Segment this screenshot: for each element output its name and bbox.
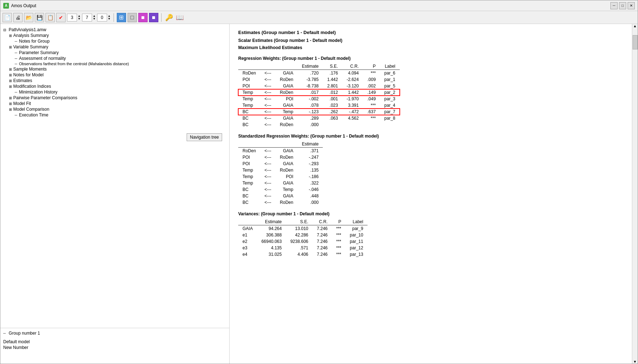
right-panel: Estimates (Group number 1 - Default mode… (230, 24, 632, 364)
reg-cell-estimate: .289 (298, 115, 323, 121)
std-cell-from: Temp (238, 167, 260, 173)
reg-cell-from: RoDen (238, 70, 260, 77)
tree-root[interactable]: ⊟ PathAnalysis1.amw (3, 27, 226, 33)
reg-cell-p: *** (363, 115, 380, 121)
group-section: ─ Group number 1 (3, 330, 226, 336)
std-table-row: Temp <--- RoDen .135 (238, 167, 323, 173)
var-cell-label: par_10 (346, 232, 368, 238)
close-button[interactable]: ✕ (628, 2, 635, 9)
var-col-p: P (332, 219, 346, 225)
grid-icon-btn[interactable]: ⊞ (117, 13, 126, 22)
tree-item-estimates-label: Estimates (13, 78, 32, 83)
purple-icon-btn[interactable]: ■ (149, 13, 158, 22)
book-icon-btn[interactable]: 📖 (175, 13, 184, 22)
title-bar: A Amos Output ─ □ ✕ (0, 0, 638, 11)
reg-cell-from: POI (238, 76, 260, 83)
navigation-tree-button[interactable]: Navigation tree (187, 133, 222, 141)
num3-input[interactable]: 0 (97, 14, 107, 21)
num2-input[interactable]: 7 (82, 14, 92, 21)
default-model[interactable]: Default model (3, 339, 226, 345)
reg-cell-estimate: -3.785 (298, 76, 323, 83)
num3-arrows[interactable]: ▲▼ (108, 15, 111, 20)
reg-table-row: RoDen <--- GAIA .720 .176 4.094 *** par_… (238, 70, 400, 77)
std-cell-arrow: <--- (260, 180, 275, 186)
reg-cell-cr: -1.970 (342, 96, 363, 102)
tree-item-model-fit[interactable]: ⊞Model Fit (9, 101, 226, 106)
square-icon-btn[interactable]: □ (128, 13, 137, 22)
std-cell-estimate: .135 (298, 167, 323, 173)
reg-cell-label: par_8 (380, 115, 400, 121)
open-button[interactable]: 📂 (24, 13, 33, 22)
minimize-button[interactable]: ─ (610, 2, 618, 9)
std-cell-to: RoDen (275, 199, 297, 206)
tree-item-notes-group[interactable]: ─Notes for Group (9, 38, 226, 44)
new-number-model[interactable]: New Number (3, 345, 226, 350)
var-col-cr: C.R. (312, 219, 332, 225)
reg-cell-p (363, 121, 380, 128)
ml-title: Maximum Likelihood Estimates (238, 45, 623, 50)
right-scrollbar[interactable]: ▲ ▼ (632, 24, 638, 364)
std-cell-estimate: -.293 (298, 161, 323, 167)
var-cell-label: par_13 (346, 251, 368, 258)
key-icon-btn[interactable]: 🔑 (164, 13, 174, 22)
tree-item-modification-indices[interactable]: ⊞Modification Indices (9, 83, 226, 89)
scroll-up-arrow[interactable]: ▲ (633, 24, 637, 28)
group-number-1[interactable]: ─ Group number 1 (3, 330, 226, 336)
reg-table-row: Temp <--- POI -.002 .001 -1.970 .049 par… (238, 96, 400, 102)
reg-cell-from: POI (238, 83, 260, 89)
reg-cell-to: POI (275, 96, 297, 102)
std-cell-from: BC (238, 186, 260, 193)
tree-item-variable-summary[interactable]: ⊞Variable Summary (9, 44, 226, 50)
std-cell-estimate: .448 (298, 193, 323, 199)
check-button[interactable]: ✔ (56, 13, 66, 22)
var-cell-se: .571 (286, 245, 312, 251)
tree-item-pairwise[interactable]: ⊞Pairwise Parameter Comparisons (9, 95, 226, 101)
reg-cell-label: par_7 (380, 109, 400, 115)
tree-item-analysis-summary[interactable]: ⊞Analysis Summary (9, 33, 226, 38)
num1-arrows[interactable]: ▲▼ (78, 15, 81, 20)
var-cell-estimate: 66940.063 (257, 238, 286, 245)
num1-control: 3 ▲▼ (67, 14, 81, 21)
col-header-1 (238, 63, 260, 70)
reg-cell-from: Temp (238, 89, 260, 96)
reg-cell-estimate: .017 (298, 89, 323, 96)
tree-item-mahalanobis[interactable]: ─Observations farthest from the centroid… (9, 61, 226, 66)
tree-item-execution-time[interactable]: ─Execution Time (9, 112, 226, 118)
tree-item-model-comparison[interactable]: ⊞Model Comparison (9, 106, 226, 112)
std-cell-from: POI (238, 154, 260, 161)
std-cell-to: GAIA (275, 193, 297, 199)
std-table-row: BC <--- GAIA .448 (238, 193, 323, 199)
var-cell-name: e2 (238, 238, 257, 245)
std-cell-to: RoDen (275, 154, 297, 161)
scrollbar-thumb[interactable] (633, 35, 638, 49)
reg-cell-arrow: <--- (260, 70, 275, 77)
tree-item-notes-model[interactable]: ⊞Notes for Model (9, 72, 226, 78)
std-cell-arrow: <--- (260, 173, 275, 180)
pink-icon-btn[interactable]: ■ (138, 13, 148, 22)
window-title: Amos Output (11, 3, 36, 8)
tree-item-parameter-summary[interactable]: ─Parameter Summary (9, 50, 226, 56)
print-button[interactable]: 🖨 (13, 13, 23, 22)
reg-cell-se: .012 (323, 89, 342, 96)
maximize-button[interactable]: □ (619, 2, 626, 9)
tree-item-minimization-history[interactable]: ─Minimization History (9, 89, 226, 95)
scroll-down-arrow[interactable]: ▼ (633, 360, 637, 364)
std-table-row: Temp <--- POI -.186 (238, 173, 323, 180)
reg-cell-se: .001 (323, 96, 342, 102)
variances-section: Variances: (Group number 1 - Default mod… (238, 211, 623, 258)
reg-cell-to: GAIA (275, 102, 297, 109)
regression-weights-section: Regression Weights: (Group number 1 - De… (238, 56, 623, 128)
reg-cell-arrow: <--- (260, 102, 275, 109)
num2-arrows[interactable]: ▲▼ (93, 15, 96, 20)
reg-cell-cr: 3.391 (342, 102, 363, 109)
num1-input[interactable]: 3 (67, 14, 77, 21)
tree-item-normality[interactable]: ─Assessment of normality (9, 56, 226, 61)
reg-cell-to: GAIA (275, 115, 297, 121)
tree-item-sample-moments[interactable]: ⊞Sample Moments (9, 66, 226, 72)
reg-table-row: BC <--- RoDen .000 (238, 121, 400, 128)
copy-button[interactable]: 📋 (45, 13, 55, 22)
new-button[interactable]: 📄 (3, 13, 12, 22)
tree-item-estimates[interactable]: ⊞Estimates (9, 78, 226, 83)
save-button[interactable]: 💾 (35, 13, 44, 22)
estimates-header: Estimates (Group number 1 - Default mode… (238, 30, 623, 50)
